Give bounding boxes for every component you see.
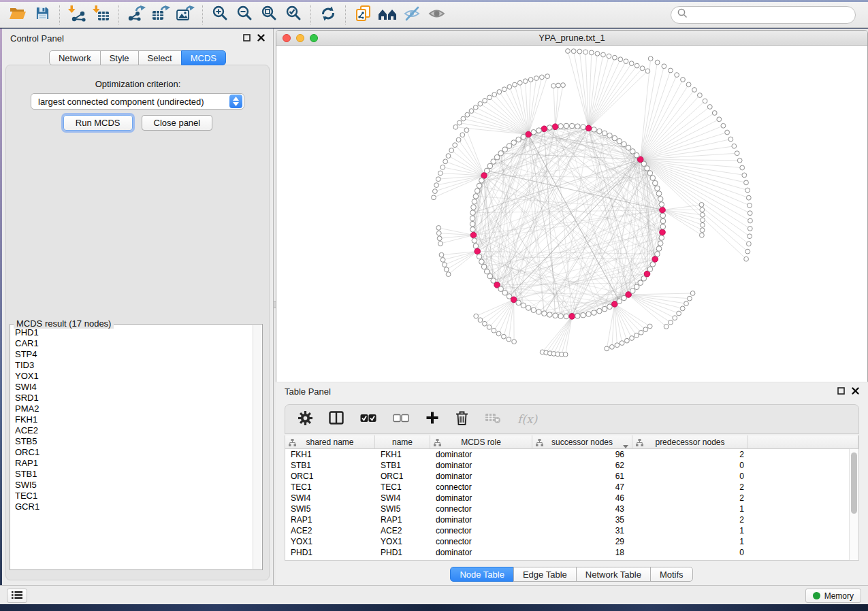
- tab-network[interactable]: Network: [49, 50, 101, 65]
- network-canvas[interactable]: [276, 46, 867, 381]
- cell-shared_name: FKH1: [285, 450, 375, 459]
- table-row[interactable]: YOX1YOX1connector291: [285, 536, 858, 547]
- save-session-button[interactable]: [30, 4, 54, 26]
- cell-successor_nodes: 47: [532, 482, 632, 492]
- table-tabbar: Node TableEdge TableNetwork TableMotifs: [276, 567, 868, 582]
- table-row[interactable]: SWI5SWI5connector431: [285, 503, 858, 514]
- open-file-button[interactable]: [5, 4, 30, 26]
- mcds-node-item[interactable]: GCR1: [15, 501, 252, 512]
- column-type-icon: [289, 439, 296, 448]
- delete-column-button[interactable]: [455, 411, 468, 428]
- table-row[interactable]: ACE2ACE2connector311: [285, 525, 858, 536]
- table-row[interactable]: ORC1ORC1dominator610: [285, 471, 858, 482]
- cell-mcds_role: connector: [430, 482, 532, 492]
- refresh-layout-button[interactable]: [316, 4, 340, 26]
- cell-name: SWI4: [375, 493, 430, 503]
- tab-style[interactable]: Style: [100, 50, 139, 65]
- zoom-in-button[interactable]: [208, 4, 232, 26]
- table-body: FKH1FKH1dominator962STB1STB1dominator620…: [285, 449, 858, 558]
- cell-shared_name: STB1: [285, 461, 375, 470]
- table-row[interactable]: RAP1RAP1dominator352: [285, 514, 858, 525]
- mcds-node-item[interactable]: RAP1: [15, 458, 252, 469]
- mcds-node-item[interactable]: SWI4: [15, 382, 252, 393]
- mcds-node-item[interactable]: STP4: [15, 349, 252, 360]
- zoom-selected-button[interactable]: [281, 4, 306, 26]
- mcds-node-item[interactable]: CAR1: [15, 338, 252, 349]
- network-window-titlebar[interactable]: YPA_prune.txt_1: [276, 31, 867, 46]
- float-panel-icon[interactable]: [243, 32, 251, 44]
- column-header-MCDS-role[interactable]: MCDS role: [430, 435, 532, 448]
- zoom-out-button[interactable]: [232, 4, 257, 26]
- cell-successor_nodes: 62: [532, 461, 632, 470]
- optimization-criterion-select[interactable]: largest connected component (undirected): [31, 93, 244, 110]
- close-panel-icon[interactable]: [852, 385, 859, 397]
- copy-network-icon: [355, 5, 372, 24]
- mcds-node-item[interactable]: SRD1: [15, 393, 252, 403]
- table-row[interactable]: SWI4SWI4dominator462: [285, 493, 858, 503]
- column-header-name[interactable]: name: [375, 435, 430, 448]
- mcds-node-item[interactable]: ACE2: [15, 425, 252, 436]
- float-panel-icon[interactable]: [837, 385, 845, 397]
- column-label: successor nodes: [551, 437, 613, 447]
- table-scrollbar-thumb[interactable]: [851, 452, 857, 514]
- deselect-all-rows-button[interactable]: [393, 413, 409, 425]
- column-header-predecessor-nodes[interactable]: predecessor nodes: [632, 435, 748, 448]
- cell-shared_name: TEC1: [285, 482, 375, 492]
- search-input[interactable]: [671, 6, 856, 24]
- mcds-node-item[interactable]: SWI5: [15, 480, 252, 491]
- chevron-down-icon[interactable]: [623, 441, 628, 450]
- close-panel-icon[interactable]: [257, 32, 265, 44]
- show-graphics-details-button[interactable]: [424, 4, 449, 26]
- tab-edge-table[interactable]: Edge Table: [513, 567, 577, 582]
- import-table-button[interactable]: [89, 4, 114, 26]
- mcds-node-item[interactable]: FKH1: [15, 414, 252, 425]
- mcds-list-scrollbar[interactable]: [253, 325, 261, 569]
- mcds-node-item[interactable]: TID3: [15, 360, 252, 371]
- tab-motifs[interactable]: Motifs: [650, 567, 693, 582]
- copy-network-button[interactable]: [351, 4, 375, 26]
- run-mcds-button[interactable]: Run MCDS: [63, 115, 133, 131]
- column-label: name: [392, 437, 413, 447]
- cell-name: SWI5: [375, 504, 430, 514]
- mcds-node-item[interactable]: YOX1: [15, 371, 252, 382]
- mcds-node-item[interactable]: TEC1: [15, 491, 252, 501]
- export-image-button[interactable]: [173, 4, 197, 26]
- table-row[interactable]: PHD1PHD1dominator180: [285, 547, 858, 558]
- tab-mcds[interactable]: MCDS: [181, 50, 226, 65]
- network-graph[interactable]: [276, 46, 867, 381]
- table-row[interactable]: FKH1FKH1dominator962: [285, 449, 858, 460]
- mcds-node-item[interactable]: STB5: [15, 436, 252, 447]
- mcds-node-item[interactable]: PMA2: [15, 403, 252, 414]
- column-header-shared-name[interactable]: shared name: [285, 435, 375, 448]
- column-type-icon: [434, 439, 441, 448]
- show-all-networks-button[interactable]: [375, 4, 400, 26]
- cell-predecessor_nodes: 1: [632, 504, 748, 514]
- mcds-node-item[interactable]: PHD1: [15, 327, 252, 338]
- mcds-node-item[interactable]: ORC1: [15, 447, 252, 458]
- tab-select[interactable]: Select: [138, 50, 182, 65]
- add-column-button[interactable]: [425, 411, 439, 427]
- tab-node-table[interactable]: Node Table: [450, 567, 514, 582]
- export-table-button[interactable]: [148, 4, 173, 26]
- column-header-successor-nodes[interactable]: successor nodes: [532, 435, 632, 448]
- select-all-rows-button[interactable]: [360, 413, 376, 425]
- table-row[interactable]: STB1STB1dominator620: [285, 460, 858, 471]
- eye-slash-icon: [404, 6, 421, 24]
- table-toolbar: f(x): [285, 404, 859, 434]
- task-history-button[interactable]: [7, 589, 27, 603]
- table-scrollbar[interactable]: [849, 449, 858, 560]
- hide-graphics-details-button[interactable]: [400, 4, 424, 26]
- mcds-result-list[interactable]: PHD1CAR1STP4TID3YOX1SWI4SRD1PMA2FKH1ACE2…: [11, 326, 252, 569]
- cell-mcds_role: dominator: [430, 450, 532, 459]
- show-column-panel-button[interactable]: [329, 411, 344, 427]
- zoom-fit-button[interactable]: [257, 4, 281, 26]
- import-network-button[interactable]: [65, 4, 89, 26]
- tab-network-table[interactable]: Network Table: [576, 567, 651, 582]
- table-row[interactable]: TEC1TEC1connector472: [285, 482, 858, 493]
- cell-name: TEC1: [375, 482, 430, 492]
- export-network-button[interactable]: [124, 4, 148, 26]
- memory-button[interactable]: Memory: [805, 589, 861, 603]
- mcds-node-item[interactable]: STB1: [15, 469, 252, 480]
- close-panel-button[interactable]: Close panel: [142, 115, 213, 131]
- table-settings-button[interactable]: [298, 411, 312, 428]
